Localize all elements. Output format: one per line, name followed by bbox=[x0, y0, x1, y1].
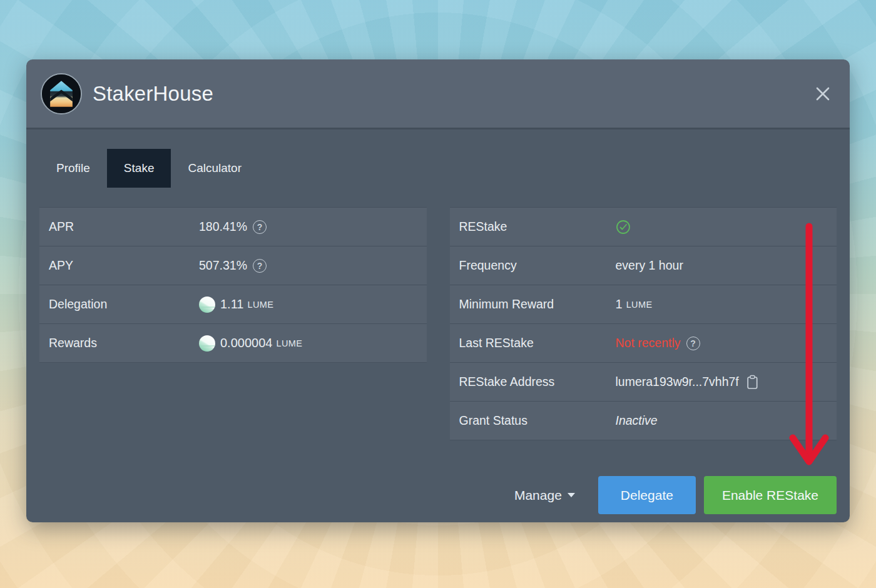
modal-body: Profile Stake Calculator APR 180.41% APY… bbox=[26, 129, 850, 522]
help-icon[interactable] bbox=[253, 259, 267, 273]
restake-label: REStake bbox=[450, 220, 616, 234]
lume-token-icon bbox=[199, 335, 215, 352]
grant-status-label: Grant Status bbox=[450, 413, 616, 428]
staker-modal: StakerHouse Profile Stake Calculator APR… bbox=[26, 59, 850, 522]
last-restake-value: Not recently bbox=[616, 336, 681, 350]
minimum-reward-amount: 1 bbox=[616, 297, 623, 312]
table-row-restake-address: REStake Address lumera193w9r...7vhh7f bbox=[450, 363, 837, 402]
table-row-minimum-reward: Minimum Reward 1 LUME bbox=[450, 285, 837, 324]
delegation-label: Delegation bbox=[39, 297, 199, 312]
table-row-apr: APR 180.41% bbox=[39, 208, 427, 246]
check-circle-icon bbox=[616, 220, 631, 235]
table-row-delegation: Delegation bbox=[39, 285, 427, 324]
apy-label: APY bbox=[39, 258, 199, 273]
table-row-grant-status: Grant Status Inactive bbox=[450, 402, 837, 440]
stake-panels: APR 180.41% APY 507.31% Delegation bbox=[39, 207, 837, 440]
grant-status-value: Inactive bbox=[616, 413, 658, 428]
table-row-apy: APY 507.31% bbox=[39, 246, 427, 285]
rewards-label: Rewards bbox=[39, 336, 199, 350]
table-row-rewards: Rewards 0.000004 LUME bbox=[39, 324, 427, 363]
staking-stats-table: APR 180.41% APY 507.31% Delegation bbox=[39, 207, 427, 363]
apy-value: 507.31% bbox=[199, 258, 247, 273]
copy-icon[interactable] bbox=[746, 375, 759, 390]
apr-label: APR bbox=[39, 220, 199, 234]
restake-address-value: lumera193w9r...7vhh7f bbox=[616, 375, 739, 389]
frequency-label: Frequency bbox=[450, 258, 616, 273]
modal-footer: Manage Delegate Enable REStake bbox=[39, 476, 837, 514]
delegation-amount: 1.11 bbox=[220, 297, 243, 312]
table-row-frequency: Frequency every 1 hour bbox=[450, 246, 837, 285]
chevron-down-icon bbox=[568, 493, 575, 497]
table-row-restake: REStake bbox=[450, 208, 837, 246]
manage-dropdown[interactable]: Manage bbox=[514, 488, 575, 503]
delegate-button[interactable]: Delegate bbox=[598, 476, 696, 514]
tab-calculator[interactable]: Calculator bbox=[171, 149, 258, 188]
restake-address-label: REStake Address bbox=[450, 375, 616, 389]
help-icon[interactable] bbox=[253, 220, 267, 234]
rewards-amount: 0.000004 bbox=[220, 336, 272, 350]
help-icon[interactable] bbox=[686, 337, 700, 350]
minimum-reward-label: Minimum Reward bbox=[450, 297, 616, 312]
last-restake-label: Last REStake bbox=[450, 336, 616, 350]
rewards-unit: LUME bbox=[276, 338, 302, 348]
close-icon[interactable] bbox=[812, 83, 833, 104]
lume-token-icon bbox=[199, 297, 215, 313]
restake-settings-table: REStake Frequency every 1 hour M bbox=[450, 207, 837, 440]
frequency-value: every 1 hour bbox=[616, 258, 683, 273]
minimum-reward-unit: LUME bbox=[626, 300, 653, 310]
table-row-last-restake: Last REStake Not recently bbox=[450, 324, 837, 363]
tab-bar: Profile Stake Calculator bbox=[39, 149, 837, 188]
delegation-unit: LUME bbox=[247, 300, 273, 310]
tab-stake[interactable]: Stake bbox=[107, 149, 171, 188]
modal-header: StakerHouse bbox=[26, 59, 850, 129]
page-title: StakerHouse bbox=[93, 82, 213, 106]
stakerhouse-logo-icon bbox=[41, 73, 82, 114]
tab-profile[interactable]: Profile bbox=[39, 149, 107, 188]
manage-label: Manage bbox=[514, 488, 562, 503]
apr-value: 180.41% bbox=[199, 220, 247, 234]
enable-restake-button[interactable]: Enable REStake bbox=[704, 476, 837, 514]
